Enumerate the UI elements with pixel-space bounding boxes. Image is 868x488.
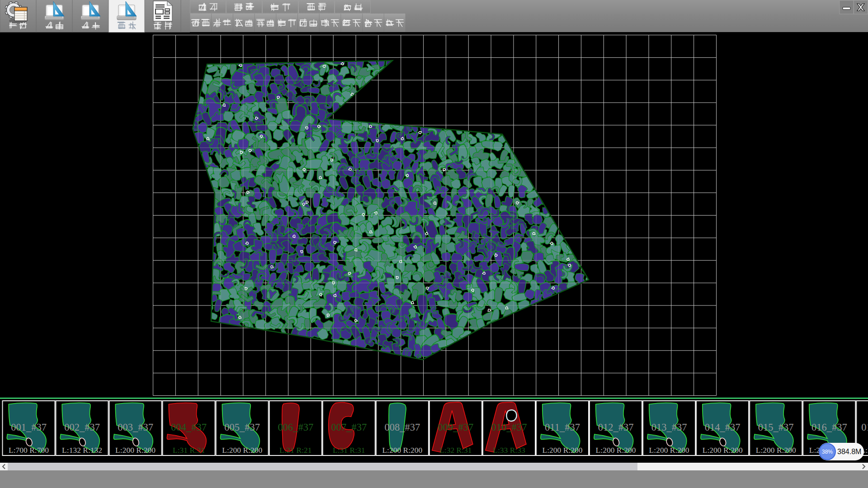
svg-text:010_#37: 010_#37 <box>491 422 527 433</box>
svg-text:L:200 R:200: L:200 R:200 <box>649 446 689 455</box>
svg-text:013_#37: 013_#37 <box>651 422 687 433</box>
svg-text:011_#37: 011_#37 <box>545 422 580 433</box>
svg-text:012_#37: 012_#37 <box>598 422 634 433</box>
svg-text:L:21 R:21: L:21 R:21 <box>279 446 311 455</box>
svg-text:L:32 R:31: L:32 R:31 <box>439 446 472 455</box>
svg-text:007_#37: 007_#37 <box>331 422 367 433</box>
svg-text:L:200 R:200: L:200 R:200 <box>222 446 262 455</box>
svg-text:L:31 R:31: L:31 R:31 <box>333 446 365 455</box>
svg-text:L:700 R:700: L:700 R:700 <box>9 446 49 455</box>
svg-text:L:132 R:132: L:132 R:132 <box>62 446 102 455</box>
svg-text:L:200 R:200: L:200 R:200 <box>542 446 583 455</box>
svg-text:003_#37: 003_#37 <box>118 422 153 433</box>
svg-text:001_#37: 001_#37 <box>11 422 47 433</box>
svg-text:006_#37: 006_#37 <box>278 422 313 433</box>
svg-text:004_#37: 004_#37 <box>171 422 207 433</box>
svg-text:009_#37: 009_#37 <box>438 422 474 433</box>
svg-text:L:31 R:31: L:31 R:31 <box>173 446 205 455</box>
svg-text:L:200 R:200: L:200 R:200 <box>703 446 743 455</box>
svg-text:L:200 R:200: L:200 R:200 <box>596 446 636 455</box>
svg-text:017: 017 <box>861 422 868 433</box>
svg-text:005_#37: 005_#37 <box>224 422 260 433</box>
svg-text:L:33 R:33: L:33 R:33 <box>493 446 525 455</box>
svg-text:L:200 R:200: L:200 R:200 <box>382 446 422 455</box>
svg-text:002_#37: 002_#37 <box>64 422 100 433</box>
svg-text:L:200 R:200: L:200 R:200 <box>115 446 156 455</box>
svg-text:015_#37: 015_#37 <box>758 422 794 433</box>
svg-text:016_#37: 016_#37 <box>811 422 847 433</box>
svg-text:L:200 R:200: L:200 R:200 <box>756 446 796 455</box>
svg-text:384.8M: 384.8M <box>837 448 861 455</box>
svg-text:38%: 38% <box>822 449 833 455</box>
svg-text:014_#37: 014_#37 <box>705 422 741 433</box>
svg-text:008_#37: 008_#37 <box>385 422 420 433</box>
